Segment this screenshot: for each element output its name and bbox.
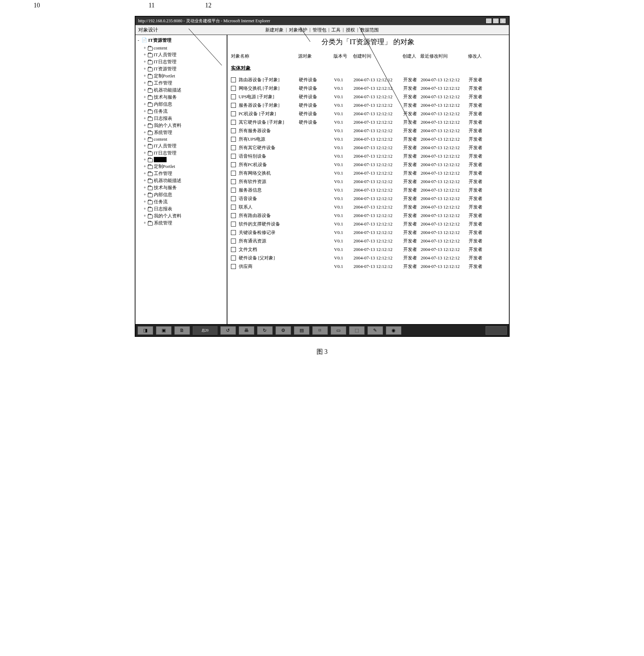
tree-root[interactable]: - 📄 IT资源管理 (137, 37, 225, 43)
taskbar-app-10[interactable]: ⬚ (349, 326, 365, 335)
row-checkbox[interactable] (231, 94, 236, 99)
maximize-button[interactable]: □ (493, 18, 499, 24)
tree-item[interactable]: +我的个人资料 (137, 212, 225, 219)
table-row[interactable]: 硬件设备 [父对象]V0.12004-07-13 12:12:12开发者2004… (231, 254, 505, 262)
expand-icon[interactable]: + (143, 199, 147, 205)
row-checkbox[interactable] (231, 239, 236, 244)
table-row[interactable]: 联系人V0.12004-07-13 12:12:12开发者2004-07-13 … (231, 203, 505, 211)
tree-item[interactable]: +定制Portlet (137, 72, 225, 80)
taskbar-app-1[interactable]: ▣ (156, 326, 172, 335)
row-checkbox[interactable] (231, 77, 236, 82)
table-row[interactable]: 软件的支撑硬件设备V0.12004-07-13 12:12:12开发者2004-… (231, 220, 505, 228)
menu-package[interactable]: 管理包 (313, 27, 326, 33)
row-checkbox[interactable] (231, 137, 236, 142)
row-checkbox[interactable] (231, 230, 236, 235)
menu-maintain-object[interactable]: 对象维护 (289, 27, 307, 33)
expand-icon[interactable]: + (143, 116, 147, 121)
tree-item[interactable]: +content (137, 136, 225, 142)
row-checkbox[interactable] (231, 247, 236, 252)
collapse-icon[interactable]: - (137, 37, 140, 43)
expand-icon[interactable]: + (143, 80, 147, 86)
taskbar-app-9[interactable]: ▭ (331, 326, 346, 335)
table-row[interactable]: 路由器设备 [子对象]硬件设备V0.12004-07-13 12:12:12开发… (231, 76, 505, 84)
table-row[interactable]: 所有其它硬件设备V0.12004-07-13 12:12:12开发者2004-0… (231, 144, 505, 152)
taskbar-app-5[interactable]: ↻ (257, 326, 273, 335)
tree-item[interactable]: +content (137, 45, 225, 51)
expand-icon[interactable]: + (143, 150, 147, 156)
expand-icon[interactable]: + (143, 45, 147, 51)
row-checkbox[interactable] (231, 171, 236, 176)
expand-icon[interactable]: + (143, 192, 147, 198)
row-checkbox[interactable] (231, 256, 236, 260)
expand-icon[interactable]: + (143, 130, 147, 135)
tree-item[interactable]: +我的个人资料 (137, 122, 225, 129)
table-row[interactable]: 网络交换机 [子对象]硬件设备V0.12004-07-13 12:12:12开发… (231, 84, 505, 93)
tree-item[interactable]: +内部信息 (137, 191, 225, 198)
expand-icon[interactable]: + (143, 87, 147, 93)
expand-icon[interactable]: + (143, 178, 147, 183)
tree-item[interactable]: +任务流 (137, 198, 225, 205)
table-row[interactable]: 所有服务器设备V0.12004-07-13 12:12:12开发者2004-07… (231, 127, 505, 135)
tree-item[interactable]: +IT日志管理 (137, 150, 225, 157)
taskbar-app-3[interactable]: ↺ (220, 326, 236, 335)
tree-item[interactable]: +系统管理 (137, 129, 225, 136)
menu-authorize[interactable]: 授权 (346, 27, 355, 33)
tree-item[interactable]: +IT日志管理 (137, 58, 225, 65)
row-checkbox[interactable] (231, 188, 236, 193)
expand-icon[interactable]: + (143, 101, 147, 107)
row-checkbox[interactable] (231, 196, 236, 201)
row-checkbox[interactable] (231, 179, 236, 184)
table-row[interactable]: 文件文档V0.12004-07-13 12:12:12开发者2004-07-13… (231, 245, 505, 254)
row-checkbox[interactable] (231, 120, 236, 125)
row-checkbox[interactable] (231, 111, 236, 116)
expand-icon[interactable]: + (143, 185, 147, 191)
expand-icon[interactable]: + (143, 136, 147, 142)
row-checkbox[interactable] (231, 145, 236, 150)
tree-item[interactable]: +技术与服务 (137, 184, 225, 191)
tree-item[interactable]: +日志报表 (137, 205, 225, 212)
minimize-button[interactable]: _ (486, 18, 492, 24)
row-checkbox[interactable] (231, 264, 236, 269)
tree-item[interactable]: +工作管理 (137, 80, 225, 87)
tree-item[interactable]: + (137, 157, 225, 163)
expand-icon[interactable]: + (143, 157, 147, 163)
tree-item[interactable]: +日志报表 (137, 115, 225, 122)
table-row[interactable]: 所有通讯资源V0.12004-07-13 12:12:12开发者2004-07-… (231, 237, 505, 245)
tree-item[interactable]: +工作管理 (137, 170, 225, 177)
expand-icon[interactable]: + (143, 52, 147, 58)
expand-icon[interactable]: + (143, 171, 147, 176)
tree-item[interactable]: +技术与服务 (137, 94, 225, 101)
table-row[interactable]: 服务器设备 [子对象]硬件设备V0.12004-07-13 12:12:12开发… (231, 101, 505, 110)
table-row[interactable]: 语音特别设备V0.12004-07-13 12:12:12开发者2004-07-… (231, 152, 505, 160)
row-checkbox[interactable] (231, 128, 236, 133)
row-checkbox[interactable] (231, 86, 236, 91)
table-row[interactable]: 服务器信息V0.12004-07-13 12:12:12开发者2004-07-1… (231, 186, 505, 194)
taskbar-tray[interactable] (486, 326, 507, 335)
expand-icon[interactable]: + (143, 123, 147, 128)
expand-icon[interactable]: + (143, 220, 147, 226)
expand-icon[interactable]: + (143, 143, 147, 149)
tree-item[interactable]: +系统管理 (137, 219, 225, 227)
tree-item[interactable]: +机器功能描述 (137, 177, 225, 184)
table-row[interactable]: 关键设备检修记录V0.12004-07-13 12:12:12开发者2004-0… (231, 228, 505, 237)
table-row[interactable]: 语音设备V0.12004-07-13 12:12:12开发者2004-07-13… (231, 194, 505, 203)
menu-new-object[interactable]: 新建对象 (265, 27, 284, 33)
table-row[interactable]: 所有路由器设备V0.12004-07-13 12:12:12开发者2004-07… (231, 211, 505, 220)
tree-item[interactable]: +机器功能描述 (137, 87, 225, 94)
expand-icon[interactable]: + (143, 213, 147, 219)
table-row[interactable]: 所有UPS电源V0.12004-07-13 12:12:12开发者2004-07… (231, 135, 505, 144)
taskbar-start[interactable]: ◨ (138, 326, 153, 335)
table-row[interactable]: UPS电源 [子对象]硬件设备V0.12004-07-13 12:12:12开发… (231, 93, 505, 101)
table-row[interactable]: 所有PC机设备V0.12004-07-13 12:12:12开发者2004-07… (231, 160, 505, 169)
row-checkbox[interactable] (231, 162, 236, 167)
tree-item[interactable]: +IT人员管理 (137, 142, 225, 150)
table-row[interactable]: PC机设备 [子对象]硬件设备V0.12004-07-13 12:12:12开发… (231, 110, 505, 118)
table-row[interactable]: 所有网络交换机V0.12004-07-13 12:12:12开发者2004-07… (231, 169, 505, 177)
expand-icon[interactable]: + (143, 73, 147, 79)
expand-icon[interactable]: + (143, 206, 147, 212)
menu-tools[interactable]: 工具 (331, 27, 341, 33)
expand-icon[interactable]: + (143, 59, 147, 65)
tree-item[interactable]: +内部信息 (137, 101, 225, 108)
menu-data-scope[interactable]: 数据范围 (360, 27, 379, 33)
tree-item[interactable]: +定制Portlet (137, 163, 225, 170)
